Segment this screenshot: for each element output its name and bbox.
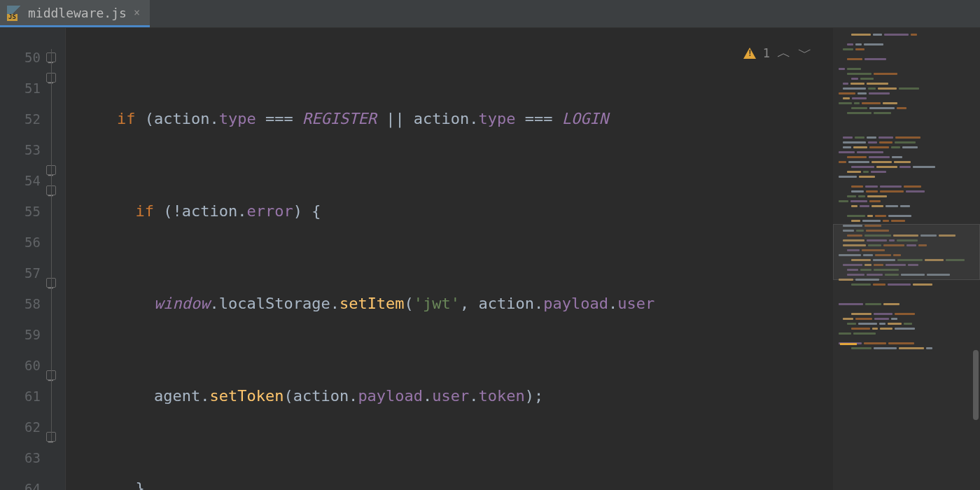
code-editor[interactable]: if (action.type === REGISTER || action.t… [66,28,833,490]
fold-gutter [41,28,66,490]
editor-area: 50 51 52 53 54 55 56 57 58 59 60 61 62 6… [0,28,980,490]
line-number: 53 [0,134,41,165]
chevron-down-icon[interactable]: ﹀ [798,43,812,62]
line-number: 64 [0,473,41,490]
line-number: 58 [0,288,41,319]
tab-bar: middleware.js × [0,0,980,28]
line-number-gutter: 50 51 52 53 54 55 56 57 58 59 60 61 62 6… [0,28,41,490]
close-icon[interactable]: × [134,6,140,19]
file-tab[interactable]: middleware.js × [0,0,150,27]
line-number: 51 [0,73,41,104]
minimap-viewport[interactable] [833,224,980,280]
js-file-icon [7,6,21,20]
minimap[interactable] [833,28,980,490]
line-number: 52 [0,104,41,134]
line-number: 50 [0,42,41,73]
line-number: 62 [0,412,41,442]
line-number: 56 [0,227,41,258]
chevron-up-icon[interactable]: ︿ [777,43,791,62]
line-number: 54 [0,165,41,196]
line-number: 57 [0,258,41,288]
inspection-bar: 1 ︿ ﹀ [743,43,812,62]
minimap-warning-mark [840,343,857,345]
line-number: 60 [0,350,41,381]
line-number: 61 [0,381,41,412]
tab-filename: middleware.js [28,6,127,20]
line-number: 55 [0,196,41,227]
warning-icon[interactable] [743,48,756,59]
line-number: 59 [0,319,41,350]
line-number: 63 [0,442,41,473]
warning-count: 1 [763,46,770,60]
minimap-content [839,34,974,352]
scrollbar-thumb[interactable] [973,350,979,420]
